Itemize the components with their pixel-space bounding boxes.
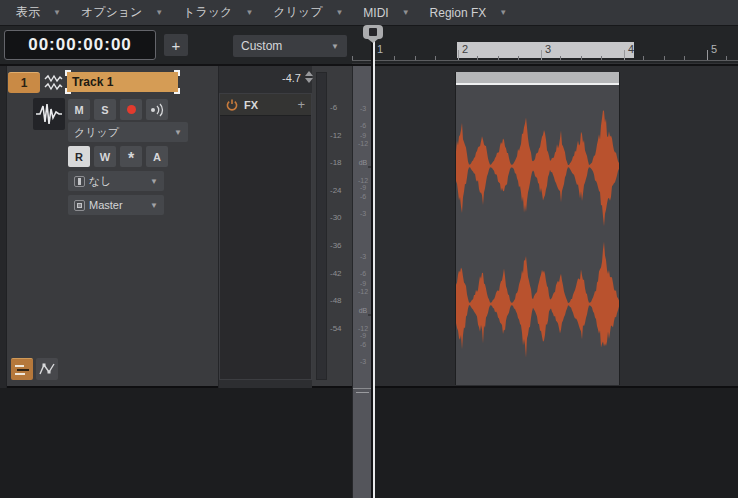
db-scale-label: -9 <box>353 184 373 191</box>
ruler-tick-major <box>707 50 708 60</box>
waveform-left-channel <box>456 110 619 226</box>
ruler-measure-number: 2 <box>462 43 468 55</box>
list-lines-icon <box>15 365 24 367</box>
ruler-tick-minor <box>643 56 644 60</box>
fx-bin-header: FX + <box>220 94 311 116</box>
input-echo-button[interactable] <box>146 99 168 120</box>
output-value: Master <box>89 199 123 211</box>
automation-lane-button[interactable] <box>36 358 58 380</box>
ruler-tick-minor <box>415 56 416 60</box>
menu-options[interactable]: オプション ▼ <box>71 0 173 25</box>
ruler-tick-minor <box>581 56 582 60</box>
db-scale-label: -12 <box>353 325 373 332</box>
clip-view-dropdown[interactable]: クリップ ▼ <box>68 122 188 142</box>
db-scale-label: -12 <box>353 140 373 147</box>
ruler-tick-minor <box>518 56 519 60</box>
playhead-handle[interactable] <box>363 25 383 39</box>
meter-scale-label: -36 <box>330 241 342 250</box>
audio-clip[interactable] <box>455 72 620 385</box>
input-echo-icon <box>149 103 165 117</box>
db-scale-label: -6 <box>353 122 373 129</box>
record-arm-button[interactable] <box>120 99 142 120</box>
playhead-line[interactable] <box>373 39 375 498</box>
track-list-button[interactable] <box>11 358 33 380</box>
ruler-measure-number: 1 <box>377 43 383 55</box>
db-scale-label: -12 <box>353 177 373 184</box>
input-value: なし <box>89 174 112 189</box>
menu-clip[interactable]: クリップ ▼ <box>263 0 353 25</box>
add-button[interactable]: + <box>164 34 188 56</box>
menu-region-fx[interactable]: Region FX ▼ <box>420 0 518 25</box>
menu-track-label: トラック <box>183 4 232 21</box>
track-name-field[interactable]: Track 1 <box>66 71 179 93</box>
daw-window: 表示 ▼ オプション ▼ トラック ▼ クリップ ▼ MIDI ▼ Region… <box>0 0 738 498</box>
meter-scale-label: -30 <box>330 213 342 222</box>
ruler-tick-minor <box>498 56 499 60</box>
ruler-tick-minor <box>726 56 727 60</box>
ruler-tick-minor <box>664 56 665 60</box>
track-pane-rail <box>0 66 7 388</box>
chevron-down-icon: ▼ <box>53 8 61 17</box>
volume-value[interactable]: -4.7 <box>271 72 301 84</box>
track-name-value: Track 1 <box>67 72 178 92</box>
waveform-right-channel <box>456 242 619 358</box>
ruler-baseline <box>352 60 738 61</box>
db-scale-label: -9 <box>353 132 373 139</box>
menu-midi[interactable]: MIDI ▼ <box>353 0 419 25</box>
meter-scale-label: -42 <box>330 269 342 278</box>
db-scale-label: -6 <box>353 270 373 277</box>
ruler-measure-number: 5 <box>711 43 717 55</box>
chevron-down-icon: ▼ <box>150 177 158 186</box>
menu-track[interactable]: トラック ▼ <box>173 0 263 25</box>
menu-view[interactable]: 表示 ▼ <box>6 0 71 25</box>
mute-button[interactable]: M <box>68 99 90 120</box>
chevron-down-icon: ▼ <box>331 42 339 51</box>
ruler-tick-minor <box>477 56 478 60</box>
chevron-down-icon: ▼ <box>174 128 182 137</box>
solo-button[interactable]: S <box>94 99 116 120</box>
audio-waveform-icon <box>35 102 63 126</box>
view-preset-select[interactable]: Custom ▼ <box>233 35 347 57</box>
db-scale-label: -6 <box>353 341 373 348</box>
fx-bin[interactable]: FX + <box>219 93 312 380</box>
snapshot-button[interactable]: * <box>120 146 142 167</box>
stereo-waveform <box>456 87 619 385</box>
automation-curve-icon <box>38 361 56 377</box>
power-icon[interactable] <box>226 99 238 111</box>
db-scale-label: -12 <box>353 288 373 295</box>
track-pane: 1 Track 1 M S <box>0 66 352 388</box>
playhead-handle-notch <box>369 28 377 36</box>
ruler-measure-number: 3 <box>545 43 551 55</box>
db-scale-label: -3 <box>353 253 373 260</box>
timeline-ruler[interactable]: 12345 <box>352 26 738 64</box>
db-scale-label: -6 <box>353 193 373 200</box>
meter-scale-label: -48 <box>330 296 342 305</box>
volume-spinner[interactable] <box>305 71 313 85</box>
scale-thumb <box>356 392 369 393</box>
meter-scale-label: -24 <box>330 186 342 195</box>
waveform-db-scale[interactable]: -3-6-9-12dB-12-9-6-3-3-6-9-12dB-12-9-6-3 <box>352 66 372 498</box>
db-scale-label: -9 <box>353 332 373 339</box>
chevron-down-icon: ▼ <box>155 8 163 17</box>
input-dropdown[interactable]: なし ▼ <box>68 171 164 191</box>
ruler-tick-minor <box>394 56 395 60</box>
clip-header[interactable] <box>456 72 619 85</box>
wave-shape-icon[interactable] <box>44 73 63 92</box>
track-number-badge[interactable]: 1 <box>8 72 40 93</box>
db-scale-label: -3 <box>353 358 373 365</box>
fx-add-button[interactable]: + <box>297 97 305 112</box>
track-meter <box>316 72 327 380</box>
track-avatar[interactable] <box>33 98 65 130</box>
ruler-tick-minor <box>560 56 561 60</box>
chevron-down-icon: ▼ <box>499 8 507 17</box>
automation-write-button[interactable]: W <box>94 146 116 167</box>
clips-pane[interactable] <box>372 66 738 388</box>
fx-label: FX <box>244 99 258 111</box>
menu-options-label: オプション <box>81 4 142 21</box>
time-display[interactable]: 00:00:00:00 <box>4 30 156 60</box>
output-dropdown[interactable]: Master ▼ <box>68 195 164 215</box>
automation-read-button[interactable]: R <box>68 146 90 167</box>
menu-view-label: 表示 <box>16 4 40 21</box>
ruler-tick-major <box>624 50 625 60</box>
audition-button[interactable]: A <box>146 146 168 167</box>
